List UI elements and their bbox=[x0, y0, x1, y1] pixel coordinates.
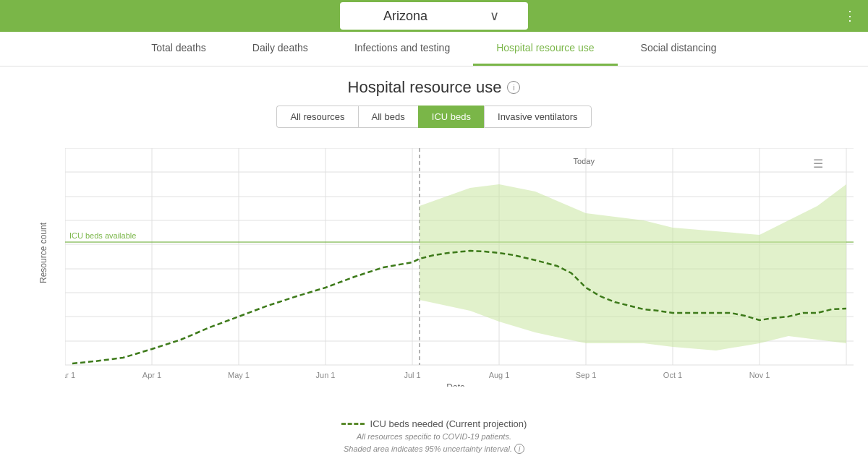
svg-text:Oct 1: Oct 1 bbox=[663, 371, 682, 379]
chevron-down-icon: ∨ bbox=[490, 8, 499, 24]
footnote-2: Shaded area indicates 95% uncertainty in… bbox=[0, 444, 868, 454]
y-axis-label: Resource count bbox=[38, 223, 48, 283]
svg-text:May 1: May 1 bbox=[228, 371, 250, 379]
svg-text:Jul 1: Jul 1 bbox=[404, 371, 420, 379]
chart-container: Resource count Today ☰ ICU beds availabl… bbox=[29, 134, 839, 416]
svg-text:Nov 1: Nov 1 bbox=[749, 371, 770, 379]
dots-menu-icon[interactable]: ⋮ bbox=[843, 8, 856, 24]
tab-daily-deaths[interactable]: Daily deaths bbox=[229, 32, 331, 66]
chart-svg: ICU beds available 0 100 200 300 400 500… bbox=[65, 148, 854, 387]
legend-label: ICU beds needed (Current projection) bbox=[370, 418, 527, 429]
svg-text:Aug 1: Aug 1 bbox=[489, 371, 510, 379]
svg-text:ICU beds available: ICU beds available bbox=[69, 231, 136, 240]
tab-hospital-resource-use[interactable]: Hospital resource use bbox=[473, 32, 617, 66]
footnote-1: All resources specific to COVID-19 patie… bbox=[0, 432, 868, 441]
svg-text:Mar 1: Mar 1 bbox=[65, 371, 75, 379]
state-selector[interactable]: Arizona ∨ bbox=[340, 2, 528, 30]
filter-all-resources[interactable]: All resources bbox=[276, 106, 357, 128]
svg-text:Jun 1: Jun 1 bbox=[316, 371, 336, 379]
svg-marker-23 bbox=[420, 184, 846, 350]
svg-text:Sep 1: Sep 1 bbox=[576, 371, 597, 379]
page-title: Hospital resource use i bbox=[0, 66, 868, 106]
filter-invasive-ventilators[interactable]: Invasive ventilators bbox=[484, 106, 592, 128]
filter-icu-beds[interactable]: ICU beds bbox=[418, 106, 484, 128]
svg-text:Apr 1: Apr 1 bbox=[142, 371, 161, 379]
filter-buttons: All resources All beds ICU beds Invasive… bbox=[0, 106, 868, 128]
nav-tabs: Total deaths Daily deaths Infections and… bbox=[0, 32, 868, 66]
legend: ICU beds needed (Current projection) bbox=[0, 418, 868, 429]
state-name: Arizona bbox=[383, 9, 427, 24]
legend-dashed-line-icon bbox=[341, 423, 365, 425]
tab-social-distancing[interactable]: Social distancing bbox=[618, 32, 740, 66]
tab-total-deaths[interactable]: Total deaths bbox=[128, 32, 229, 66]
header-bar: Arizona ∨ ⋮ bbox=[0, 0, 868, 32]
info-icon[interactable]: i bbox=[507, 81, 520, 94]
filter-all-beds[interactable]: All beds bbox=[358, 106, 418, 128]
svg-text:Date: Date bbox=[446, 382, 465, 387]
tab-infections-testing[interactable]: Infections and testing bbox=[331, 32, 473, 66]
footnote-info-icon[interactable]: i bbox=[514, 444, 524, 454]
